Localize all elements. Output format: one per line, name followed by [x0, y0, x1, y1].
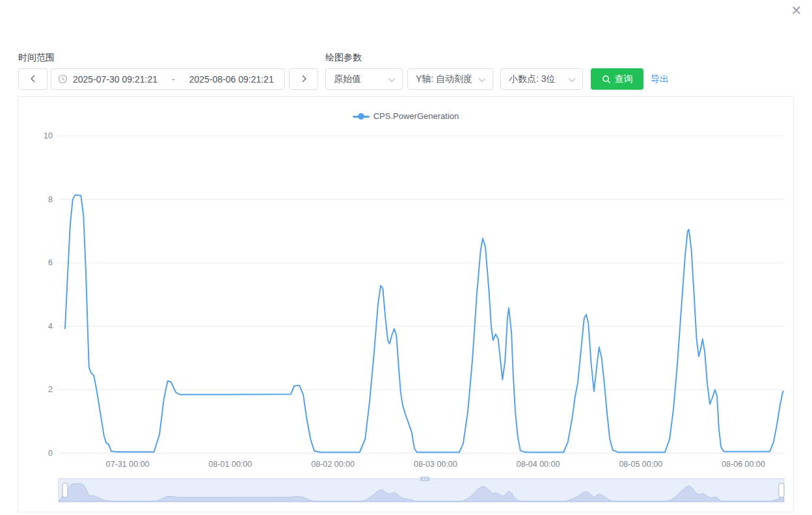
time-range-label: 时间范围 [18, 52, 55, 64]
decimals-select[interactable]: 小数点: 3位 [500, 68, 583, 90]
chevron-down-icon [568, 74, 576, 85]
datazoom-grip[interactable] [420, 477, 430, 481]
y-axis-label: 4 [48, 322, 53, 331]
trend-dialog: ✕ 时间范围 绘图参数 2025-07-30 09:21:21 - 2025-0… [0, 0, 812, 515]
chart-panel: CPS.PowerGeneration 024681007-31 00:0008… [18, 96, 794, 512]
prev-period-button[interactable] [18, 68, 47, 90]
query-button-label: 查询 [615, 73, 633, 85]
value-mode-selected: 原始值 [334, 73, 361, 85]
x-axis-label: 08-03 00:00 [414, 460, 457, 469]
x-axis-label: 08-05 00:00 [619, 460, 662, 469]
yaxis-selected: Y轴: 自动刻度 [416, 73, 472, 85]
date-separator: - [163, 74, 184, 85]
chevron-left-icon [29, 73, 37, 85]
date-end-value: 2025-08-06 09:21:21 [189, 74, 274, 85]
x-axis-label: 08-06 00:00 [722, 460, 765, 469]
plot-params-label: 绘图参数 [325, 52, 362, 64]
y-axis-label: 10 [44, 131, 53, 140]
chevron-right-icon [300, 73, 308, 85]
clock-icon [58, 74, 68, 84]
datazoom-grip-line [426, 478, 426, 480]
next-period-button[interactable] [289, 68, 318, 90]
datazoom-grip-line [423, 478, 424, 480]
search-icon [602, 75, 611, 84]
y-axis-label: 8 [48, 195, 53, 204]
query-button[interactable]: 查询 [591, 68, 643, 90]
decimals-selected: 小数点: 3位 [509, 73, 556, 85]
trend-chart: 024681007-31 00:0008-01 00:0008-02 00:00… [18, 97, 793, 512]
series-line [65, 195, 783, 453]
yaxis-scale-select[interactable]: Y轴: 自动刻度 [407, 68, 493, 90]
chevron-down-icon [478, 74, 486, 85]
x-axis-label: 08-01 00:00 [209, 460, 252, 469]
y-axis-label: 0 [48, 449, 53, 458]
y-axis-label: 6 [48, 258, 53, 267]
export-link[interactable]: 导出 [651, 73, 669, 85]
chevron-down-icon [388, 74, 396, 85]
datazoom-handle-right[interactable] [779, 483, 784, 497]
date-start-value: 2025-07-30 09:21:21 [73, 74, 157, 85]
x-axis-label: 08-02 00:00 [311, 460, 355, 469]
x-axis-label: 08-04 00:00 [517, 460, 560, 469]
y-axis-label: 2 [48, 385, 53, 394]
value-mode-select[interactable]: 原始值 [325, 68, 403, 90]
close-icon[interactable]: ✕ [787, 1, 805, 20]
x-axis-label: 07-31 00:00 [106, 460, 150, 469]
datazoom-handle-left[interactable] [62, 483, 68, 497]
date-range-input[interactable]: 2025-07-30 09:21:21 - 2025-08-06 09:21:2… [51, 68, 285, 90]
